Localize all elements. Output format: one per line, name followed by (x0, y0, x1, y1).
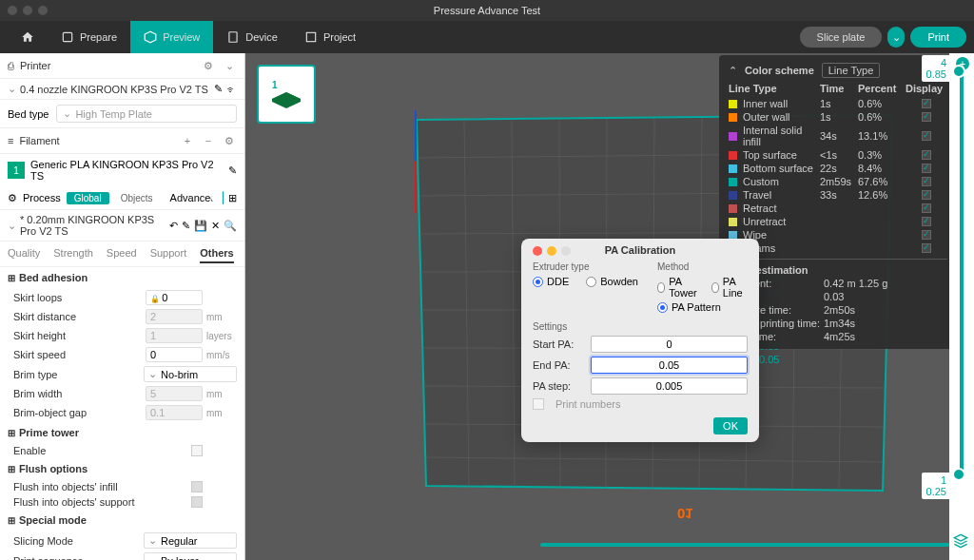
process-select[interactable]: * 0.20mm KINGROON KP3S Pro V2 TS ↶ ✎ 💾 ✕… (0, 210, 244, 241)
bedtype-label: Bed type (8, 108, 49, 120)
legend-row[interactable]: Inner wall1s0.6% (719, 97, 957, 110)
brim-width-input: 5 (146, 386, 203, 401)
window-title: Pressure Advance Test (434, 5, 540, 16)
preview-tab[interactable]: Preview (130, 21, 213, 53)
expand-icon[interactable]: ⌄ (222, 58, 237, 73)
undo-icon[interactable]: ↶ (169, 220, 178, 232)
project-tab[interactable]: Project (291, 21, 369, 53)
tab-others[interactable]: Others (200, 244, 233, 263)
add-icon[interactable]: + (180, 133, 195, 148)
end-pa-input[interactable] (591, 357, 748, 374)
slicing-mode-select[interactable]: Regular (144, 532, 237, 549)
wifi-icon[interactable]: ᯤ (226, 84, 237, 95)
section-bed-adhesion[interactable]: Bed adhesion (0, 267, 244, 288)
remove-icon[interactable]: − (201, 133, 216, 148)
svg-rect-0 (63, 32, 71, 41)
sidebar: ⎙ Printer ⚙ ⌄ 0.4 nozzle KINGROON KP3S P… (0, 53, 245, 560)
home-button[interactable] (8, 21, 48, 53)
brim-type-select[interactable]: No-brim (144, 366, 237, 382)
filament-color[interactable]: 1 (8, 162, 25, 179)
edit-icon[interactable]: ✎ (182, 220, 190, 232)
printer-icon: ⎙ (8, 60, 14, 71)
save-icon[interactable]: 💾 (194, 220, 207, 232)
flush-support-check (191, 496, 203, 508)
filament-header: ≡ Filament + − ⚙ (0, 128, 244, 154)
svg-rect-2 (306, 32, 315, 41)
filament-row[interactable]: 1 Generic PLA KINGROON KP3S Pro V2 TS ✎ (0, 154, 244, 186)
window-controls[interactable] (8, 6, 48, 15)
plate-label: 01 (677, 506, 693, 522)
printer-header: ⎙ Printer ⚙ ⌄ (0, 53, 244, 79)
tab-quality[interactable]: Quality (8, 244, 40, 263)
gear-icon[interactable]: ⚙ (201, 58, 216, 73)
viewport[interactable]: 1 00.010.020.020.030.040.050.05 01 202 (245, 53, 974, 560)
radio-tower[interactable]: PA TowerPA Line (657, 276, 748, 299)
svg-text:0.05: 0.05 (759, 354, 779, 365)
pa-step-input[interactable] (591, 377, 748, 395)
slice-dropdown[interactable]: ⌄ (887, 27, 905, 48)
legend-row[interactable]: Unretract (719, 215, 957, 228)
expand-icon[interactable]: ⌃ (729, 65, 737, 77)
vslider-bot-label: 10.25 (922, 473, 951, 499)
legend-row[interactable]: Outer wall1s0.6% (719, 110, 957, 124)
vslider-top-label: 40.85 (922, 55, 951, 82)
printer-select[interactable]: 0.4 nozzle KINGROON KP3S Pro V2 TS ✎ ᯤ (0, 79, 244, 100)
skirt-distance-input: 2 (146, 309, 203, 324)
flush-infill-check (191, 481, 203, 492)
vertical-slider[interactable] (955, 68, 968, 477)
advanced-toggle[interactable] (223, 191, 224, 204)
legend-row[interactable]: Internal solid infill34s13.1% (719, 124, 957, 148)
scheme-select[interactable]: Line Type (822, 63, 881, 78)
main-toolbar: Prepare Preview Device Project Slice pla… (0, 21, 974, 53)
legend-row[interactable]: Travel33s12.6% (719, 188, 957, 202)
process-tabs: Quality Strength Speed Support Others (0, 241, 244, 267)
vslider-top-handle[interactable] (952, 65, 965, 78)
plate-thumbnail[interactable]: 1 (257, 65, 316, 124)
section-flush[interactable]: Flush options (0, 458, 244, 479)
legend-row[interactable]: Custom2m59s67.6% (719, 175, 957, 188)
pa-calibration-dialog: PA Calibration Extruder type DDEBowden M… (521, 239, 759, 442)
bedtype-select[interactable]: High Temp Plate (56, 105, 237, 123)
ok-button[interactable]: OK (713, 417, 748, 434)
print-seq-select[interactable]: By layer (144, 552, 237, 560)
legend-row[interactable]: Top surface<1s0.3% (719, 148, 957, 162)
tab-strength[interactable]: Strength (53, 244, 93, 263)
titlebar: Pressure Advance Test (0, 0, 974, 21)
filament-icon: ≡ (8, 135, 13, 146)
search-icon[interactable]: 🔍 (224, 220, 237, 232)
skirt-speed-input[interactable]: 0 (146, 347, 203, 362)
objects-pill[interactable]: Objects (115, 192, 159, 204)
tab-support[interactable]: Support (150, 244, 187, 263)
device-tab[interactable]: Device (213, 21, 291, 53)
global-pill[interactable]: Global (67, 192, 109, 204)
start-pa-input[interactable] (591, 336, 748, 353)
close-icon[interactable]: ✕ (211, 220, 220, 232)
slice-button[interactable]: Slice plate (800, 27, 883, 48)
menu-icon[interactable]: ⊞ (228, 192, 237, 204)
print-numbers-check (533, 398, 544, 410)
radio-dde[interactable]: DDEBowden (533, 276, 638, 287)
edit-icon[interactable]: ✎ (228, 164, 237, 177)
skirt-height-input: 1 (146, 328, 203, 343)
svg-rect-1 (229, 32, 237, 43)
radio-pattern[interactable]: PA Pattern (657, 301, 748, 313)
x-axis (415, 161, 417, 213)
edit-icon[interactable]: ✎ (214, 83, 223, 95)
tab-speed[interactable]: Speed (107, 244, 137, 263)
section-special[interactable]: Special mode (0, 510, 244, 531)
legend-row[interactable]: Bottom surface22s8.4% (719, 162, 957, 175)
horizontal-slider[interactable]: 202 (540, 543, 974, 547)
process-header: ⚙ Process Global Objects Advanced ⊞ (0, 186, 244, 210)
gear-icon[interactable]: ⚙ (222, 133, 237, 148)
skirt-loops-input[interactable]: 0 (146, 290, 203, 305)
vslider-bot-handle[interactable] (952, 468, 965, 481)
layers-icon[interactable] (953, 533, 968, 550)
z-axis (415, 110, 417, 163)
svg-marker-4 (272, 92, 301, 108)
process-icon: ⚙ (8, 192, 17, 204)
print-button[interactable]: Print (910, 27, 966, 48)
section-prime-tower[interactable]: Prime tower (0, 422, 244, 443)
prepare-tab[interactable]: Prepare (48, 21, 130, 53)
legend-row[interactable]: Retract (719, 202, 957, 215)
prime-enable-check[interactable] (191, 445, 203, 456)
